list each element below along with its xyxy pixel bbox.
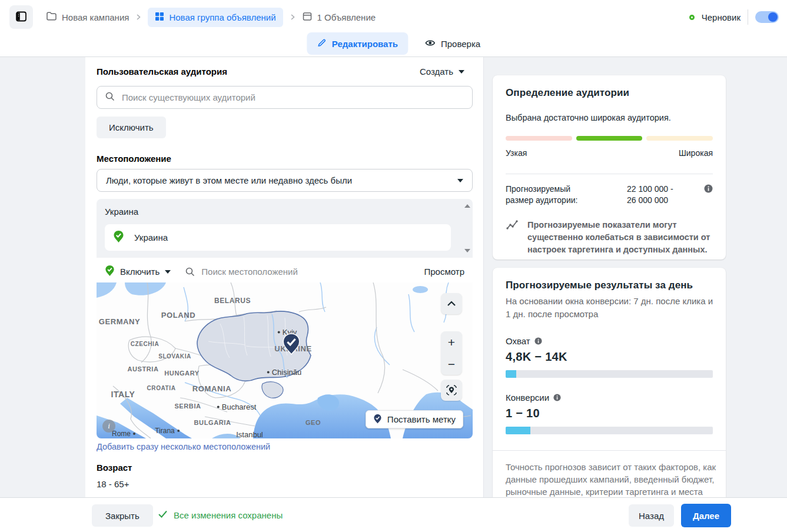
- tab-review[interactable]: Проверка: [424, 38, 480, 49]
- map-label: CZECHIA: [131, 341, 160, 347]
- location-title: Местоположение: [97, 154, 171, 164]
- selected-location-chip[interactable]: Украина: [105, 224, 451, 251]
- eye-icon: [424, 38, 436, 49]
- location-search-row: Включить Просмотр: [97, 258, 473, 282]
- drop-pin-button[interactable]: Поставить метку: [366, 410, 463, 428]
- audience-size-label: Прогнозируемый размер аудитории:: [506, 184, 600, 206]
- search-icon: [185, 267, 195, 277]
- triangle-up-icon: [464, 204, 470, 208]
- include-mode-label: Включить: [120, 267, 160, 277]
- reach-value: 4,8K − 14K: [506, 350, 713, 364]
- draft-status-dot-icon: [689, 15, 695, 20]
- create-audience-label: Создать: [420, 66, 453, 77]
- create-audience-dropdown[interactable]: Создать: [420, 66, 473, 77]
- breadcrumb-campaign-label: Новая кампания: [62, 12, 129, 22]
- bottom-bar: Закрыть Все изменения сохранены Назад Да…: [0, 497, 787, 532]
- meter-segment-broad: [646, 136, 713, 141]
- scroll-up-arrow[interactable]: [463, 203, 471, 209]
- custom-audience-title: Пользовательская аудитория: [97, 66, 227, 77]
- breadcrumb-adset-label: Новая группа объявлений: [169, 12, 275, 22]
- add-bulk-locations-link[interactable]: Добавить сразу несколько местоположений: [97, 442, 270, 451]
- pin-navy-icon: [373, 414, 382, 425]
- draft-status-label: Черновик: [702, 12, 740, 22]
- main-area: Пользовательская аудитория Создать Исклю…: [0, 57, 787, 497]
- map-label: AUSTRIA: [127, 366, 158, 373]
- drop-pin-label: Поставить метку: [387, 414, 456, 424]
- map-label: Bucharest: [215, 403, 257, 411]
- map-label: POLAND: [161, 311, 196, 319]
- results-disclaimer: Точность прогнозов зависит от таких факт…: [506, 461, 718, 498]
- selected-location-label: Украина: [134, 232, 168, 242]
- close-button[interactable]: Закрыть: [92, 504, 153, 527]
- divider: [493, 450, 726, 451]
- map-pin-icon: [281, 332, 301, 357]
- toggle-knob: [768, 12, 778, 22]
- audience-size-value: 22 100 000 - 26 000 000: [627, 184, 673, 206]
- location-type-value: Люди, которые живут в этом месте или нед…: [106, 175, 352, 185]
- map-label: BULGARIA: [194, 420, 231, 426]
- map-locate-button[interactable]: [441, 380, 462, 401]
- adset-grid-icon: [155, 12, 164, 23]
- location-search-input[interactable]: [201, 267, 418, 277]
- tab-edit-label: Редактировать: [332, 39, 398, 49]
- info-icon[interactable]: [553, 393, 561, 401]
- info-icon[interactable]: [704, 184, 713, 206]
- results-card-title: Прогнозируемые результаты за день: [506, 280, 713, 291]
- tab-edit[interactable]: Редактировать: [307, 32, 408, 55]
- collapse-sidebar-button[interactable]: [9, 5, 33, 29]
- location-type-select[interactable]: Люди, которые живут в этом месте или нед…: [97, 169, 473, 192]
- audience-search-input[interactable]: [122, 92, 464, 102]
- map-label: HUNGARY: [164, 370, 199, 377]
- map-zoom-controls: + −: [441, 331, 462, 375]
- breadcrumb-ad[interactable]: 1 Объявление: [302, 11, 376, 24]
- info-icon[interactable]: [534, 337, 542, 345]
- definition-note: Прогнозируемые показатели могут существе…: [527, 219, 711, 256]
- back-button[interactable]: Назад: [629, 504, 674, 527]
- reach-label: Охват: [506, 336, 530, 346]
- audience-definition-card: Определение аудитории Выбрана достаточно…: [493, 75, 726, 260]
- caret-down-icon: [459, 70, 464, 74]
- breadcrumb-adset[interactable]: Новая группа объявлений: [148, 8, 283, 27]
- results-card-subtitle: На основании окна конверсии: 7 дн. после…: [506, 295, 716, 321]
- triangle-down-icon: [464, 249, 470, 252]
- exclude-button[interactable]: Исключить: [97, 117, 166, 138]
- breadcrumb-campaign[interactable]: Новая кампания: [46, 11, 129, 24]
- reach-bar-fill: [506, 370, 516, 378]
- location-group-header: Украина: [105, 207, 138, 217]
- age-title: Возраст: [97, 463, 132, 473]
- check-icon: [158, 510, 168, 520]
- zoom-in-button[interactable]: +: [441, 331, 462, 353]
- map-label: SLOVAKIA: [158, 354, 191, 360]
- map-info-button[interactable]: i: [102, 420, 115, 433]
- next-button[interactable]: Далее: [681, 504, 731, 527]
- publish-toggle[interactable]: [755, 11, 779, 23]
- location-map[interactable]: GERMANYPOLANDBELARUSCZECHIASLOVAKIAAUSTR…: [97, 282, 473, 438]
- status-area: Черновик: [689, 5, 779, 29]
- map-pan-up-button[interactable]: [441, 293, 462, 314]
- age-value: 18 - 65+: [97, 479, 129, 489]
- divider: [748, 9, 748, 25]
- estimated-results-card: Прогнозируемые результаты за день На осн…: [493, 268, 726, 497]
- map-label: SERBIA: [174, 403, 201, 410]
- meter-broad-label: Широкая: [679, 148, 713, 158]
- preview-button[interactable]: Просмотр: [424, 267, 464, 277]
- map-label: Rome: [112, 430, 138, 437]
- locations-scrollbar[interactable]: [463, 199, 472, 258]
- location-pin-green-icon: [113, 230, 124, 245]
- save-status: Все изменения сохранены: [158, 510, 283, 520]
- map-label: GEO: [305, 420, 321, 426]
- top-bar: Новая кампания Новая группа объявлений 1…: [0, 0, 787, 57]
- tab-review-label: Проверка: [441, 39, 480, 49]
- meter-segment-narrow: [506, 136, 572, 141]
- scroll-down-arrow[interactable]: [463, 248, 471, 254]
- map-label: GERMANY: [99, 318, 141, 325]
- mode-tabs: Редактировать Проверка: [307, 32, 480, 55]
- caret-down-icon: [457, 179, 463, 182]
- meter-narrow-label: Узкая: [506, 148, 527, 158]
- audience-search-box: [97, 86, 473, 109]
- zoom-out-button[interactable]: −: [441, 353, 462, 375]
- trend-line-icon: [506, 219, 520, 256]
- audience-breadth-meter: [506, 136, 713, 141]
- conversions-bar-fill: [506, 427, 530, 434]
- include-mode-dropdown[interactable]: Включить: [105, 265, 171, 278]
